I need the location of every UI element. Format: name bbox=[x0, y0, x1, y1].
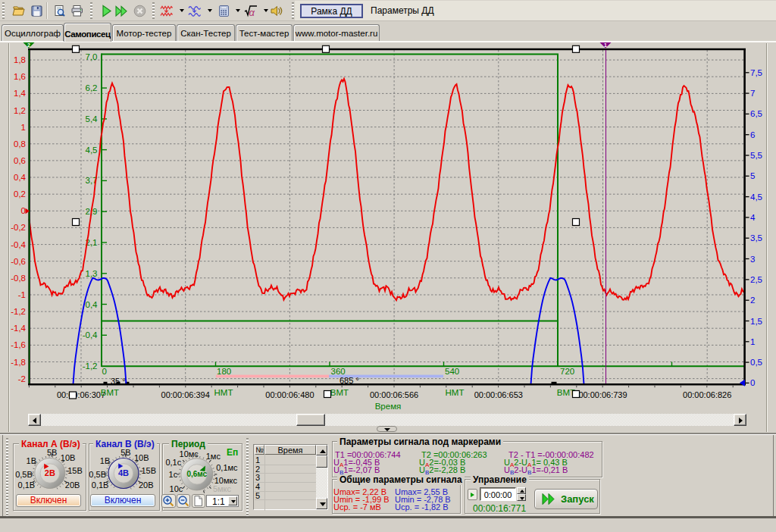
svg-text:00:00:06:739: 00:00:06:739 bbox=[578, 390, 627, 399]
svg-text:5: 5 bbox=[750, 171, 755, 180]
svg-text:2: 2 bbox=[27, 42, 30, 48]
svg-text:00:00:06:394: 00:00:06:394 bbox=[161, 390, 210, 399]
svg-text:7,5: 7,5 bbox=[750, 68, 762, 77]
svg-text:НМТ: НМТ bbox=[446, 388, 465, 397]
svg-text:-0,4: -0,4 bbox=[83, 330, 98, 340]
svg-text:00:00:06:566: 00:00:06:566 bbox=[370, 390, 418, 399]
svg-text:6,2: 6,2 bbox=[86, 83, 98, 92]
svg-text:00:00:06:826: 00:00:06:826 bbox=[683, 390, 731, 399]
svg-text:0: 0 bbox=[21, 206, 26, 215]
svg-text:180: 180 bbox=[217, 367, 231, 376]
svg-text:00:00:06:480: 00:00:06:480 bbox=[265, 390, 314, 399]
svg-text:-0,8: -0,8 bbox=[11, 274, 26, 283]
svg-text:-1,2: -1,2 bbox=[83, 361, 98, 371]
svg-text:7,0: 7,0 bbox=[86, 52, 98, 61]
svg-text:00:00:06:653: 00:00:06:653 bbox=[474, 390, 523, 399]
svg-text:5,5: 5,5 bbox=[750, 151, 762, 160]
svg-text:6,5: 6,5 bbox=[750, 109, 762, 118]
svg-text:4,5: 4,5 bbox=[86, 146, 98, 155]
svg-text:0: 0 bbox=[750, 378, 755, 387]
svg-text:540: 540 bbox=[445, 367, 459, 376]
svg-text:1,3: 1,3 bbox=[86, 269, 98, 278]
svg-text:ВМТ: ВМТ bbox=[330, 388, 349, 397]
svg-text:1,5: 1,5 bbox=[750, 317, 762, 326]
svg-text:0: 0 bbox=[102, 367, 107, 376]
svg-text:-2: -2 bbox=[18, 374, 26, 383]
svg-text:-0,6: -0,6 bbox=[11, 257, 26, 266]
svg-text:1,4: 1,4 bbox=[14, 89, 27, 98]
svg-text:0,2: 0,2 bbox=[14, 189, 26, 199]
svg-text:0,5: 0,5 bbox=[750, 358, 762, 367]
svg-text:4: 4 bbox=[750, 213, 756, 222]
svg-text:2В: 2В bbox=[45, 468, 55, 477]
svg-text:4В: 4В bbox=[118, 468, 129, 477]
svg-text:-1: -1 bbox=[18, 290, 26, 299]
svg-text:3,5: 3,5 bbox=[750, 233, 762, 243]
svg-text:3: 3 bbox=[750, 255, 755, 264]
svg-text:685 °: 685 ° bbox=[340, 376, 359, 385]
svg-text:1: 1 bbox=[604, 42, 607, 48]
svg-text:1: 1 bbox=[750, 337, 755, 346]
svg-text:0,4: 0,4 bbox=[86, 300, 99, 309]
svg-text:-1,2: -1,2 bbox=[11, 307, 26, 316]
svg-text:360: 360 bbox=[331, 367, 346, 376]
svg-text:1: 1 bbox=[21, 123, 26, 132]
svg-text:0,6мс: 0,6мс bbox=[186, 470, 207, 478]
svg-text:-0,2: -0,2 bbox=[11, 223, 26, 232]
svg-text:0,4: 0,4 bbox=[14, 173, 27, 182]
svg-text:2: 2 bbox=[750, 296, 755, 305]
svg-text:2,5: 2,5 bbox=[750, 275, 762, 284]
svg-text:-1,4: -1,4 bbox=[11, 324, 26, 333]
svg-text:Время: Время bbox=[375, 402, 402, 411]
svg-text:4,5: 4,5 bbox=[750, 192, 762, 202]
svg-text:-1,6: -1,6 bbox=[11, 340, 26, 349]
svg-text:1,8: 1,8 bbox=[14, 55, 26, 64]
svg-text:720: 720 bbox=[560, 367, 574, 376]
svg-text:1,6: 1,6 bbox=[14, 72, 26, 81]
svg-text:ВМТ: ВМТ bbox=[101, 388, 119, 397]
svg-text:-1,8: -1,8 bbox=[11, 358, 26, 367]
svg-text:0,8: 0,8 bbox=[14, 139, 26, 149]
svg-text:НМТ: НМТ bbox=[214, 388, 233, 397]
svg-text:-0,4: -0,4 bbox=[11, 240, 26, 249]
svg-text:7: 7 bbox=[750, 89, 755, 98]
svg-text:1,2: 1,2 bbox=[14, 106, 26, 115]
svg-text:0,6: 0,6 bbox=[14, 156, 26, 165]
svg-text:00:00:06:307: 00:00:06:307 bbox=[57, 390, 105, 399]
svg-text:5,4: 5,4 bbox=[86, 114, 99, 124]
svg-text:α: α bbox=[249, 7, 255, 18]
svg-text:6: 6 bbox=[750, 130, 755, 139]
